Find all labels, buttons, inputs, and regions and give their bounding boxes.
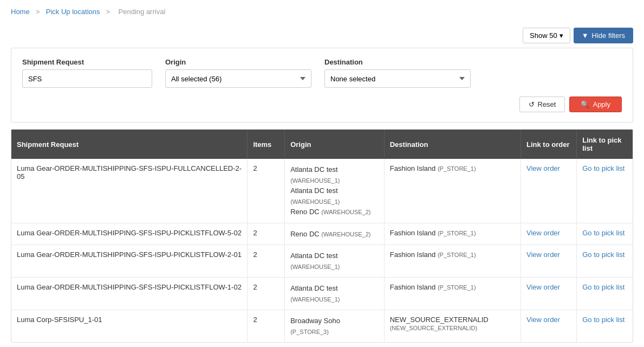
go-to-pick-list-link[interactable]: Go to pick list: [582, 164, 625, 172]
cell-origin: Atlanta DC test (WAREHOUSE_1)Atlanta DC …: [285, 159, 385, 223]
table-row: Luma Gear-ORDER-MULTISHIPPING-SFS-ISPU-P…: [11, 245, 633, 278]
reset-label: Reset: [538, 100, 556, 108]
hide-filters-button[interactable]: ▼ Hide filters: [574, 28, 633, 43]
origin-line: Atlanta DC test (WAREHOUSE_1): [290, 164, 379, 185]
cell-items: 2: [248, 310, 285, 343]
breadcrumb-home[interactable]: Home: [11, 8, 30, 16]
table-row: Luma Corp-SFSISPU_1-012Broadway Soho (P_…: [11, 310, 633, 343]
origin-line: Atlanta DC test (WAREHOUSE_1): [290, 250, 379, 272]
cell-destination: Fashion Island (P_STORE_1): [384, 159, 521, 223]
cell-items: 2: [248, 245, 285, 278]
cell-link-pick: Go to pick list: [577, 159, 633, 223]
cell-shipment-request: Luma Corp-SFSISPU_1-01: [11, 310, 248, 343]
filter-icon: ▼: [582, 31, 589, 40]
cell-destination: NEW_SOURCE_EXTERNALID (NEW_SOURCE_EXTERN…: [384, 310, 521, 343]
col-header-destination: Destination: [384, 130, 521, 159]
cell-link-pick: Go to pick list: [577, 310, 633, 343]
search-icon: 🔍: [581, 100, 589, 108]
cell-items: 2: [248, 278, 285, 310]
cell-link-order: View order: [521, 223, 577, 245]
apply-label: Apply: [593, 100, 610, 108]
view-order-link[interactable]: View order: [526, 229, 560, 237]
cell-link-pick: Go to pick list: [577, 223, 633, 245]
go-to-pick-list-link[interactable]: Go to pick list: [582, 229, 625, 237]
cell-link-order: View order: [521, 245, 577, 278]
show-50-button[interactable]: Show 50 ▾: [523, 28, 570, 43]
toolbar: Show 50 ▾ ▼ Hide filters: [0, 23, 644, 48]
breadcrumb: Home > Pick Up locations > Pending arriv…: [0, 0, 644, 23]
view-order-link[interactable]: View order: [526, 316, 560, 324]
results-table-container: Shipment Request Items Origin Destinatio…: [11, 129, 633, 343]
breadcrumb-pickup[interactable]: Pick Up locations: [46, 8, 100, 16]
col-header-link-pick: Link to pick list: [577, 130, 633, 159]
go-to-pick-list-link[interactable]: Go to pick list: [582, 316, 625, 324]
cell-shipment-request: Luma Gear-ORDER-MULTISHIPPING-SFS-ISPU-P…: [11, 278, 248, 310]
cell-link-order: View order: [521, 278, 577, 310]
cell-shipment-request: Luma Gear-ORDER-MULTISHIPPING-SFS-ISPU-P…: [11, 245, 248, 278]
origin-label: Origin: [165, 58, 311, 66]
cell-destination: Fashion Island (P_STORE_1): [384, 278, 521, 310]
destination-filter: Destination None selected: [324, 58, 471, 88]
reset-icon: ↺: [529, 100, 535, 108]
shipment-request-label: Shipment Request: [22, 58, 152, 66]
cell-link-order: View order: [521, 310, 577, 343]
cell-shipment-request: Luma Gear-ORDER-MULTISHIPPING-SFS-ISPU-F…: [11, 159, 248, 223]
cell-origin: Atlanta DC test (WAREHOUSE_1): [285, 278, 385, 310]
go-to-pick-list-link[interactable]: Go to pick list: [582, 250, 625, 259]
breadcrumb-current: Pending arrival: [119, 8, 166, 16]
view-order-link[interactable]: View order: [526, 283, 560, 291]
table-row: Luma Gear-ORDER-MULTISHIPPING-SFS-ISPU-F…: [11, 159, 633, 223]
filters-panel: Shipment Request Origin All selected (56…: [11, 48, 633, 123]
view-order-link[interactable]: View order: [526, 250, 560, 259]
cell-origin: Atlanta DC test (WAREHOUSE_1): [285, 245, 385, 278]
shipment-request-filter: Shipment Request: [22, 58, 152, 88]
view-order-link[interactable]: View order: [526, 164, 560, 172]
col-header-link-order: Link to order: [521, 130, 577, 159]
origin-line: Atlanta DC test (WAREHOUSE_1): [290, 283, 379, 304]
dropdown-icon: ▾: [560, 31, 563, 40]
results-table: Shipment Request Items Origin Destinatio…: [11, 130, 633, 342]
cell-link-pick: Go to pick list: [577, 278, 633, 310]
origin-select[interactable]: All selected (56): [165, 69, 311, 88]
cell-origin: Reno DC (WAREHOUSE_2): [285, 223, 385, 245]
table-row: Luma Gear-ORDER-MULTISHIPPING-SFS-ISPU-P…: [11, 223, 633, 245]
apply-button[interactable]: 🔍 Apply: [569, 97, 622, 112]
go-to-pick-list-link[interactable]: Go to pick list: [582, 283, 625, 291]
col-header-origin: Origin: [285, 130, 385, 159]
cell-shipment-request: Luma Gear-ORDER-MULTISHIPPING-SFS-ISPU-P…: [11, 223, 248, 245]
col-header-shipment-request: Shipment Request: [11, 130, 248, 159]
origin-line: Reno DC (WAREHOUSE_2): [290, 207, 379, 217]
origin-line: Broadway Soho (P_STORE_3): [290, 316, 379, 337]
origin-line: Atlanta DC test (WAREHOUSE_1): [290, 185, 379, 207]
cell-link-order: View order: [521, 159, 577, 223]
table-row: Luma Gear-ORDER-MULTISHIPPING-SFS-ISPU-P…: [11, 278, 633, 310]
show-50-label: Show 50: [530, 31, 557, 40]
origin-filter: Origin All selected (56): [165, 58, 311, 88]
cell-link-pick: Go to pick list: [577, 245, 633, 278]
origin-line: Reno DC (WAREHOUSE_2): [290, 229, 379, 240]
shipment-request-input[interactable]: [22, 69, 152, 88]
destination-label: Destination: [324, 58, 471, 66]
col-header-items: Items: [248, 130, 285, 159]
destination-select[interactable]: None selected: [324, 69, 471, 88]
cell-items: 2: [248, 223, 285, 245]
cell-destination: Fashion Island (P_STORE_1): [384, 223, 521, 245]
reset-button[interactable]: ↺ Reset: [519, 97, 565, 112]
cell-destination: Fashion Island (P_STORE_1): [384, 245, 521, 278]
cell-items: 2: [248, 159, 285, 223]
hide-filters-label: Hide filters: [592, 31, 625, 40]
cell-origin: Broadway Soho (P_STORE_3): [285, 310, 385, 343]
